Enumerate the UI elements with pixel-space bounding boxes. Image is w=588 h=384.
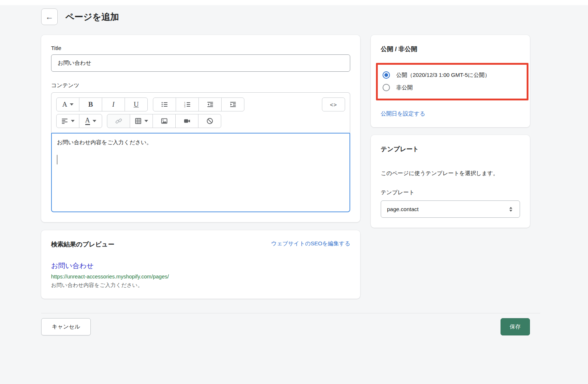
svg-text:3: 3 <box>184 105 186 108</box>
title-input[interactable] <box>51 54 350 72</box>
editor-toolbar: A B I U <box>51 92 350 133</box>
template-select[interactable]: page.contact <box>381 200 520 218</box>
set-publish-date-link[interactable]: 公開日を設定する <box>381 110 425 117</box>
video-icon <box>183 117 191 125</box>
bold-icon: B <box>88 100 93 109</box>
indent-button[interactable] <box>221 97 244 111</box>
indent-icon <box>229 101 237 108</box>
template-description: このページに使うテンプレートを選択します。 <box>381 168 520 178</box>
visibility-option-public[interactable]: 公開（2020/12/3 1:00 GMT-5に公開） <box>383 69 523 81</box>
bulleted-list-button[interactable] <box>153 97 176 111</box>
italic-button[interactable]: I <box>102 97 125 111</box>
footer-divider <box>41 313 540 313</box>
link-icon <box>115 117 122 125</box>
radio-selected-icon[interactable] <box>383 71 390 79</box>
seo-preview-card: 検索結果のプレビュー ウェブサイトのSEOを編集する お問い合わせ https:… <box>41 230 360 299</box>
insert-link-button[interactable] <box>107 114 130 128</box>
text-style-group: A B I U <box>56 97 148 111</box>
toolbar-row-1: A B I U <box>56 97 345 111</box>
numbered-list-icon: 1 2 3 <box>184 101 191 108</box>
save-button[interactable]: 保存 <box>501 318 530 335</box>
preview-page-description: お問い合わせ内容をご入力ください。 <box>51 282 350 289</box>
text-color-button[interactable]: A <box>79 114 102 128</box>
alignment-button[interactable] <box>56 114 79 128</box>
align-left-icon <box>61 117 68 125</box>
visibility-option-label: 公開（2020/12/3 1:00 GMT-5に公開） <box>396 71 490 79</box>
top-strip <box>0 0 588 5</box>
page-form-card: Title コンテンツ A B <box>41 35 360 222</box>
text-color-icon: A <box>85 117 90 125</box>
preview-page-url: https://unreact-accessories.myshopify.co… <box>51 274 350 280</box>
search-result-preview: お問い合わせ https://unreact-accessories.mysho… <box>51 261 350 289</box>
template-select-label: テンプレート <box>381 189 520 196</box>
preview-page-title: お問い合わせ <box>51 261 350 271</box>
clear-formatting-button[interactable] <box>198 114 221 128</box>
red-annotation-box: 公開（2020/12/3 1:00 GMT-5に公開） 非公開 <box>376 63 528 100</box>
bulleted-list-icon <box>161 101 168 108</box>
insert-video-button[interactable] <box>175 114 198 128</box>
content-label: コンテンツ <box>51 82 350 89</box>
insert-image-button[interactable] <box>153 114 176 128</box>
cancel-button[interactable]: キャンセル <box>41 318 91 335</box>
content-editor-area[interactable]: お問い合わせ内容をご入力ください。 <box>51 133 350 212</box>
text-cursor <box>57 155 57 164</box>
template-heading: テンプレート <box>381 145 520 153</box>
edit-website-seo-link[interactable]: ウェブサイトのSEOを編集する <box>271 240 350 247</box>
toolbar-row-2: A <box>56 114 345 128</box>
back-button[interactable]: ← <box>41 8 58 25</box>
chevron-down-icon <box>70 103 74 106</box>
title-label: Title <box>51 45 350 51</box>
arrow-left-icon: ← <box>46 12 54 22</box>
visibility-card: 公開 / 非公開 公開（2020/12/3 1:00 GMT-5に公開） 非公開… <box>371 35 530 127</box>
content-text: お問い合わせ内容をご入力ください。 <box>57 139 344 146</box>
align-color-group: A <box>56 114 102 128</box>
underline-icon: U <box>134 100 139 109</box>
page-header: ← ページを追加 <box>41 8 540 25</box>
insert-table-button[interactable] <box>130 114 153 128</box>
seo-preview-heading: 検索結果のプレビュー <box>51 240 114 249</box>
outdent-icon <box>207 101 214 108</box>
chevron-down-icon <box>144 120 148 122</box>
italic-icon: I <box>112 100 114 109</box>
chevron-down-icon <box>93 120 96 122</box>
image-icon <box>161 117 168 125</box>
show-html-button[interactable]: <> <box>322 97 345 111</box>
template-selected-value: page.contact <box>387 206 419 212</box>
chevron-down-icon <box>71 120 75 122</box>
page-title: ページを追加 <box>65 11 119 23</box>
visibility-option-hidden[interactable]: 非公開 <box>383 81 523 94</box>
font-style-button[interactable]: A <box>56 97 79 111</box>
code-icon: <> <box>330 102 337 108</box>
footer-bar: キャンセル 保存 <box>41 318 530 335</box>
numbered-list-button[interactable]: 1 2 3 <box>176 97 199 111</box>
font-style-label: A <box>62 100 67 109</box>
underline-button[interactable]: U <box>125 97 148 111</box>
insert-group <box>107 114 221 128</box>
rich-text-editor: A B I U <box>51 92 350 212</box>
bold-button[interactable]: B <box>79 97 102 111</box>
visibility-option-label: 非公開 <box>396 83 413 92</box>
radio-unselected-icon[interactable] <box>383 84 390 91</box>
outdent-button[interactable] <box>198 97 222 111</box>
visibility-heading: 公開 / 非公開 <box>381 45 520 53</box>
template-card: テンプレート このページに使うテンプレートを選択します。 テンプレート page… <box>371 135 530 228</box>
page-content: ← ページを追加 Title コンテンツ A <box>41 5 540 335</box>
circle-slash-icon <box>206 117 214 125</box>
select-updown-icon <box>508 206 514 213</box>
list-indent-group: 1 2 3 <box>153 97 244 111</box>
table-icon <box>135 117 142 125</box>
